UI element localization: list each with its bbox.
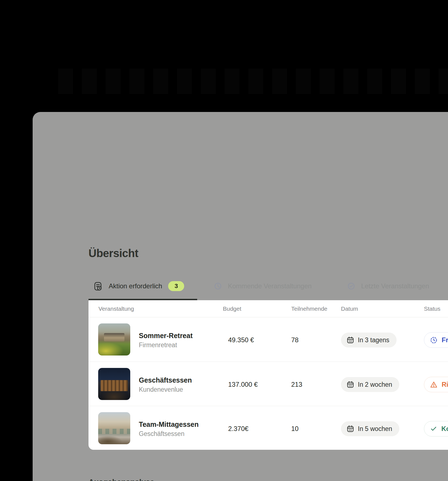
status-text: Konform <box>441 425 448 433</box>
event-subtitle: Geschäftsessen <box>139 430 184 438</box>
events-table: Veranstaltung Budget Teilnehmende Datum … <box>88 300 448 450</box>
event-budget: 137.000 € <box>228 381 258 388</box>
event-thumbnail <box>98 412 130 444</box>
tab-kommende-veranstaltungen[interactable]: Kommende Veranstaltungen <box>214 280 312 292</box>
status-badge: Freigabe erf <box>424 332 448 348</box>
page-title: Übersicht <box>88 247 138 260</box>
table-row[interactable]: Team-Mittagessen Geschäftsessen 2.370€ 1… <box>88 406 448 450</box>
event-budget: 49.350 € <box>228 336 254 344</box>
check-circle-icon <box>347 282 355 290</box>
clock-pending-icon <box>430 336 442 344</box>
tab-label: Kommende Veranstaltungen <box>228 282 312 290</box>
event-participants: 78 <box>291 336 299 344</box>
event-thumbnail <box>98 323 130 355</box>
calendar-icon <box>347 381 358 388</box>
column-header-datum: Datum <box>341 305 358 312</box>
tab-label: Aktion erforderlich <box>109 282 162 290</box>
check-icon <box>430 425 441 432</box>
table-row[interactable]: Geschäftsessen Kundenevenlue 137.000 € 2… <box>88 362 448 406</box>
table-row[interactable]: Sommer-Retreat Firmenretreat 49.350 € 78 <box>88 317 448 362</box>
column-header-teilnehmende: Teilnehmende <box>291 305 327 312</box>
overview-panel: Übersicht Aktion erforderlich 3 <box>33 112 448 481</box>
date-text: In 5 wochen <box>358 425 392 433</box>
event-participants: 213 <box>291 381 302 388</box>
tab-aktion-erforderlich[interactable]: Aktion erforderlich 3 <box>94 280 184 292</box>
date-text: In 3 tagens <box>358 336 389 344</box>
date-chip: In 2 wochen <box>341 377 399 392</box>
column-header-veranstaltung: Veranstaltung <box>98 305 134 312</box>
document-clock-icon <box>94 282 102 291</box>
table-header-row: Veranstaltung Budget Teilnehmende Datum … <box>88 300 448 317</box>
calendar-icon <box>347 425 358 433</box>
status-badge: Richtlinienw <box>424 377 448 392</box>
date-chip: In 5 wochen <box>341 421 399 436</box>
tab-letzte-veranstaltungen[interactable]: Letzte Veranstaltungen <box>347 280 429 292</box>
warning-triangle-icon <box>430 381 442 388</box>
status-text: Richtlinienw <box>442 381 448 388</box>
history-clock-icon <box>214 282 222 290</box>
event-participants: 10 <box>291 425 299 433</box>
date-text: In 2 wochen <box>358 381 392 388</box>
status-badge: Konform <box>424 421 448 436</box>
expenses-heading: Ausgabenanalyse <box>88 477 154 481</box>
date-chip: In 3 tagens <box>341 333 397 347</box>
event-subtitle: Kundenevenlue <box>139 386 183 393</box>
event-title: Sommer-Retreat <box>139 331 193 340</box>
event-title: Geschäftsessen <box>139 376 192 384</box>
column-header-status: Status <box>424 305 441 312</box>
event-budget: 2.370€ <box>228 425 248 433</box>
tab-label: Letzte Veranstaltungen <box>361 282 429 290</box>
screen: Übersicht Aktion erforderlich 3 <box>0 0 448 481</box>
event-title: Team-Mittagessen <box>139 420 199 428</box>
event-subtitle: Firmenretreat <box>139 341 177 349</box>
event-thumbnail <box>98 368 130 400</box>
calendar-icon <box>347 336 358 344</box>
dimmed-background-content <box>58 69 448 94</box>
column-header-budget: Budget <box>223 305 241 312</box>
tab-count-badge: 3 <box>168 281 184 291</box>
status-text: Freigabe erf <box>442 336 448 344</box>
